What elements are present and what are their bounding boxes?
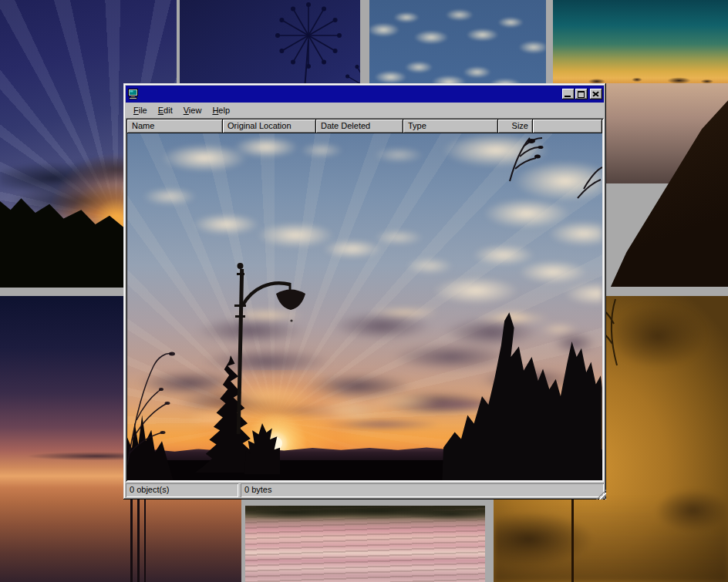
close-icon bbox=[592, 91, 599, 96]
computer-icon[interactable] bbox=[127, 88, 140, 100]
recycle-bin-window: File Edit View Help Name Original Locati… bbox=[123, 83, 606, 500]
menu-file[interactable]: File bbox=[128, 103, 153, 117]
column-header-size[interactable]: Size bbox=[498, 119, 533, 133]
column-header-row: Name Original Location Date Deleted Type… bbox=[127, 119, 602, 133]
list-client-area: Name Original Location Date Deleted Type… bbox=[126, 118, 604, 482]
close-button[interactable] bbox=[590, 89, 602, 99]
minimize-icon bbox=[565, 96, 571, 97]
list-viewport-sunset-photo[interactable] bbox=[127, 133, 602, 480]
desktop: { "colors": { "titlebar_active": "#0b0b9… bbox=[0, 0, 728, 582]
pole-silhouette bbox=[144, 498, 146, 582]
maximize-icon bbox=[578, 91, 585, 98]
menu-bar: File Edit View Help bbox=[126, 103, 604, 118]
menu-help[interactable]: Help bbox=[207, 103, 235, 117]
maximize-button[interactable] bbox=[575, 89, 588, 99]
status-object-count: 0 object(s) bbox=[126, 483, 238, 497]
menu-view[interactable]: View bbox=[178, 103, 207, 117]
pole-silhouette bbox=[137, 490, 140, 582]
titlebar[interactable] bbox=[126, 86, 604, 103]
menu-edit[interactable]: Edit bbox=[153, 103, 178, 117]
wallpaper-tile-pink-reflections bbox=[245, 506, 485, 582]
high-clouds bbox=[127, 133, 602, 312]
column-header-name[interactable]: Name bbox=[127, 119, 223, 133]
tree-reflections bbox=[245, 506, 485, 582]
island-silhouettes bbox=[553, 0, 728, 85]
column-header-type[interactable]: Type bbox=[403, 119, 498, 133]
minimize-button[interactable] bbox=[562, 89, 575, 99]
status-total-size: 0 bytes bbox=[241, 483, 604, 497]
column-header-blank[interactable] bbox=[533, 119, 602, 133]
column-header-date-deleted[interactable]: Date Deleted bbox=[316, 119, 403, 133]
status-bar: 0 object(s) 0 bytes bbox=[126, 483, 604, 497]
column-header-original-location[interactable]: Original Location bbox=[223, 119, 316, 133]
